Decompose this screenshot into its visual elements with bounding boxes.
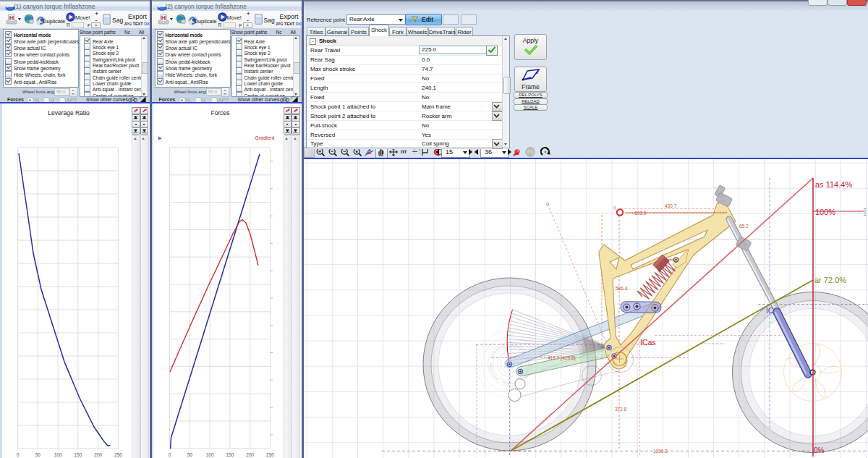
svg-text:150: 150 [226,452,234,457]
svg-text:250: 250 [114,452,122,457]
svg-text:0%: 0% [814,446,825,454]
svg-text:372.8: 372.8 [615,407,627,412]
svg-text:65.2: 65.2 [739,224,749,229]
svg-text:418.7 (419.8): 418.7 (419.8) [548,355,576,361]
svg-text:1390.3: 1390.3 [653,449,668,454]
svg-text:as 114.4%: as 114.4% [815,180,852,189]
svg-text:-602.9: -602.9 [633,211,647,216]
svg-text:H: H [9,14,14,22]
svg-text:250: 250 [266,452,274,457]
svg-text:150: 150 [74,452,82,457]
svg-text:100%: 100% [815,208,835,216]
svg-text:100: 100 [205,452,213,457]
svg-text:ICas: ICas [640,338,656,347]
svg-text:ar 72.0%: ar 72.0% [814,276,846,284]
svg-text:100: 100 [54,452,62,457]
svg-text:50: 50 [187,452,192,457]
svg-text:200: 200 [246,452,254,457]
svg-text:0: 0 [17,452,20,457]
svg-text:0: 0 [168,452,171,457]
svg-text:IC: IC [766,307,773,315]
svg-text:586.3: 586.3 [616,286,628,291]
svg-text:430.7: 430.7 [665,203,677,208]
svg-text:200: 200 [94,452,102,457]
svg-text:50: 50 [35,452,41,457]
svg-text:H: H [161,14,166,22]
